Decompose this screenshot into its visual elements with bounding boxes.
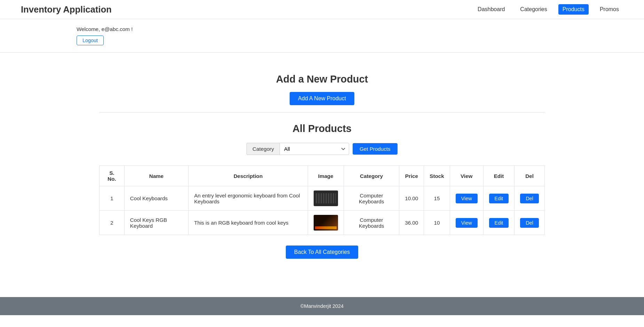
cell-del: Del — [515, 186, 545, 211]
col-description: Description — [188, 166, 308, 186]
back-to-categories-button[interactable]: Back To All Categories — [286, 246, 358, 259]
all-products-section: All Products Category All Computer Keybo… — [99, 112, 545, 273]
cell-sno: 2 — [100, 211, 125, 235]
cell-stock: 10 — [424, 211, 450, 235]
app-brand: Inventory Application — [21, 5, 112, 15]
cell-sno: 1 — [100, 186, 125, 211]
table-header: S. No. Name Description Image Category P… — [100, 166, 545, 186]
col-stock: Stock — [424, 166, 450, 186]
filter-bar: Category All Computer Keyboards Other Ge… — [99, 143, 545, 155]
main-content: Add a New Product Add A New Product All … — [78, 53, 566, 283]
all-products-title: All Products — [99, 123, 545, 134]
products-table: S. No. Name Description Image Category P… — [99, 165, 545, 235]
add-new-product-button[interactable]: Add A New Product — [290, 92, 354, 105]
cell-edit: Edit — [483, 211, 515, 235]
back-section: Back To All Categories — [99, 246, 545, 259]
cell-price: 10.00 — [399, 186, 424, 211]
get-products-button[interactable]: Get Products — [353, 143, 398, 155]
col-price: Price — [399, 166, 424, 186]
welcome-text: Welcome, e@abc.com ! — [77, 26, 623, 32]
footer: ©Manvinderjit 2024 — [0, 297, 644, 315]
navbar: Inventory Application Dashboard Categori… — [0, 0, 644, 19]
view-button-1[interactable]: View — [456, 194, 478, 203]
view-button-2[interactable]: View — [456, 218, 478, 228]
category-filter-label: Category — [246, 143, 280, 155]
table-body: 1 Cool Keyboards An entry level ergonomi… — [100, 186, 545, 235]
user-bar: Welcome, e@abc.com ! Logout — [0, 19, 644, 53]
category-filter-select[interactable]: All Computer Keyboards Other — [280, 143, 349, 155]
edit-button-2[interactable]: Edit — [489, 218, 509, 228]
cell-category: Computer Keyboards — [344, 186, 399, 211]
cell-view: View — [450, 211, 483, 235]
col-view: View — [450, 166, 483, 186]
cell-image — [308, 186, 344, 211]
product-image-2 — [314, 215, 338, 231]
cell-category: Computer Keyboards — [344, 211, 399, 235]
col-edit: Edit — [483, 166, 515, 186]
nav-products[interactable]: Products — [558, 4, 589, 15]
col-category: Category — [344, 166, 399, 186]
cell-image — [308, 211, 344, 235]
cell-name: Cool Keys RGB Keyboard — [124, 211, 188, 235]
edit-button-1[interactable]: Edit — [489, 194, 509, 203]
nav-promos[interactable]: Promos — [596, 4, 623, 15]
nav-categories[interactable]: Categories — [516, 4, 551, 15]
cell-edit: Edit — [483, 186, 515, 211]
add-product-section: Add a New Product Add A New Product — [99, 63, 545, 112]
table-row: 2 Cool Keys RGB Keyboard This is an RGB … — [100, 211, 545, 235]
table-row: 1 Cool Keyboards An entry level ergonomi… — [100, 186, 545, 211]
footer-text: ©Manvinderjit 2024 — [300, 303, 344, 309]
logout-button[interactable]: Logout — [77, 36, 104, 45]
cell-del: Del — [515, 211, 545, 235]
product-image-1 — [314, 190, 338, 206]
col-del: Del — [515, 166, 545, 186]
nav-dashboard[interactable]: Dashboard — [473, 4, 509, 15]
cell-name: Cool Keyboards — [124, 186, 188, 211]
add-product-title: Add a New Product — [99, 73, 545, 85]
col-sno: S. No. — [100, 166, 125, 186]
col-name: Name — [124, 166, 188, 186]
navbar-links: Dashboard Categories Products Promos — [473, 4, 623, 15]
col-image: Image — [308, 166, 344, 186]
cell-stock: 15 — [424, 186, 450, 211]
cell-description: This is an RGB keyboard from cool keys — [188, 211, 308, 235]
cell-description: An entry level ergonomic keyboard from C… — [188, 186, 308, 211]
cell-price: 36.00 — [399, 211, 424, 235]
del-button-2[interactable]: Del — [520, 218, 539, 228]
del-button-1[interactable]: Del — [520, 194, 539, 203]
cell-view: View — [450, 186, 483, 211]
